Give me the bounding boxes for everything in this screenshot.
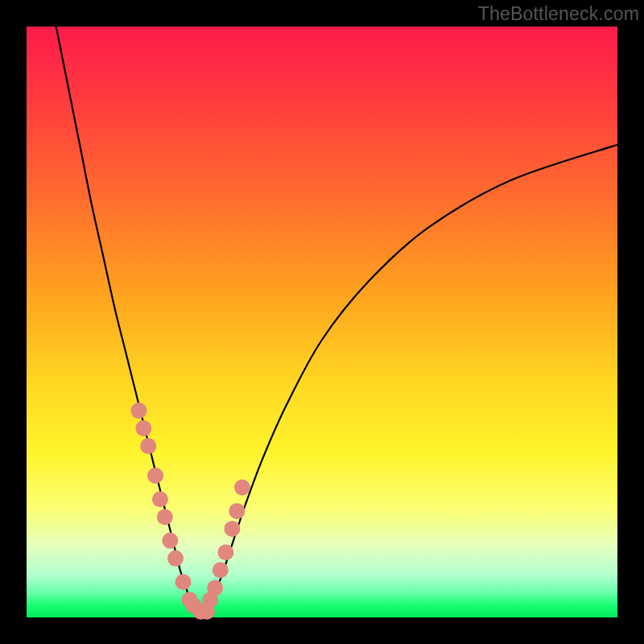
curve-svg (27, 27, 617, 617)
marker-point (131, 402, 147, 419)
marker-point (175, 574, 192, 590)
marker-point (135, 420, 151, 436)
marker-point (217, 544, 233, 560)
marker-point (207, 580, 223, 596)
bottleneck-curve (56, 27, 617, 619)
marker-point (167, 551, 184, 567)
marker-point (229, 503, 245, 519)
marker-point (152, 491, 168, 507)
marker-point (213, 562, 229, 578)
marker-point (140, 438, 156, 454)
marker-point (162, 533, 178, 549)
marker-point (157, 509, 173, 525)
marker-point (147, 468, 163, 484)
marker-point (224, 521, 240, 537)
plot-area (27, 27, 617, 617)
marker-point (234, 480, 250, 496)
chart-frame: TheBottleneck.com (0, 0, 644, 644)
watermark-text: TheBottleneck.com (478, 3, 639, 25)
highlight-markers (131, 402, 250, 620)
